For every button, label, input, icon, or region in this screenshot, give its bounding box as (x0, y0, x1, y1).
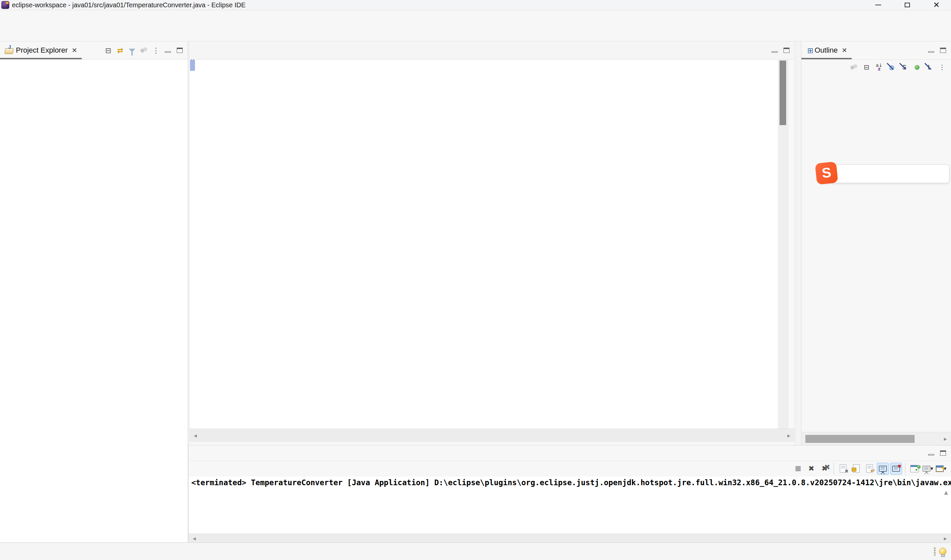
console-process-title: <terminated> TemperatureConverter [Java … (191, 478, 951, 488)
console-panel: ✖ ✖ ▾ ▾ <terminated> TemperatureConverte… (188, 445, 951, 543)
open-console-icon[interactable]: ▾ (935, 463, 947, 475)
scrollbar-thumb[interactable] (805, 435, 915, 443)
hide-static-members-icon[interactable]: S (898, 61, 911, 74)
close-window-button[interactable]: ✕ (922, 0, 951, 10)
hide-local-types-icon[interactable]: L (923, 61, 936, 74)
project-explorer-icon (5, 46, 13, 55)
editor-area: ◂ ▸ (190, 42, 794, 445)
scroll-left-icon[interactable]: ◂ (190, 429, 201, 442)
scroll-lock-icon[interactable] (850, 463, 862, 475)
editor-tab-bar (190, 42, 794, 60)
annotation-ruler[interactable] (190, 60, 195, 429)
remove-all-terminated-icon[interactable]: ✖ (819, 463, 831, 475)
console-horizontal-scrollbar[interactable]: ◂ ▸ (189, 534, 951, 543)
console-tab-bar (189, 446, 951, 461)
pin-console-icon[interactable] (909, 463, 920, 475)
scroll-right-icon[interactable]: ▸ (783, 429, 794, 442)
project-explorer-tab[interactable]: Project Explorer ✕ (0, 42, 82, 59)
minimize-view-icon[interactable] (925, 45, 937, 56)
title-bar: eclipse-workspace - java01/src/java01/Te… (0, 0, 951, 10)
show-console-on-stderr-icon[interactable] (890, 463, 902, 475)
clear-console-icon[interactable] (837, 463, 849, 475)
editor-horizontal-scrollbar[interactable]: ◂ ▸ (190, 429, 794, 442)
remove-launch-icon[interactable]: ✖ (805, 463, 817, 475)
outline-tree (802, 75, 951, 77)
console-vertical-scrollbar[interactable]: ▲ (942, 489, 950, 495)
notification-lightbulb-icon[interactable] (939, 548, 946, 555)
close-icon[interactable]: ✕ (842, 46, 847, 54)
scroll-right-icon[interactable]: ▸ (940, 534, 951, 543)
word-wrap-icon[interactable] (863, 463, 876, 475)
eclipse-window: eclipse-workspace - java01/src/java01/Te… (0, 0, 951, 560)
hide-non-public-icon[interactable] (911, 61, 923, 74)
outline-toolbar: ⊟ a↓z ◍ S L ⋮ (802, 60, 951, 75)
sash-editor-outline[interactable] (794, 42, 796, 445)
editor-vertical-scrollbar[interactable] (778, 60, 788, 429)
display-selected-console-icon[interactable]: ▾ (922, 463, 934, 475)
link-with-editor-icon[interactable]: ⇄ (114, 45, 126, 56)
sort-icon[interactable]: a↓z (873, 61, 885, 74)
view-menu-icon[interactable]: ⋮ (936, 61, 948, 74)
minimize-view-icon[interactable] (925, 447, 937, 459)
outline-tab-label: Outline (815, 46, 838, 55)
filter-icon[interactable] (126, 45, 138, 56)
range-indicator (190, 60, 195, 71)
focus-icon[interactable] (138, 45, 150, 56)
maximize-window-button[interactable] (893, 0, 922, 10)
outline-icon: ⊞ (806, 45, 815, 56)
overview-ruler (788, 60, 794, 429)
project-explorer-tree (0, 60, 188, 62)
outline-horizontal-scrollbar[interactable]: ◂ ▸ (802, 432, 951, 445)
show-console-on-stdout-icon[interactable] (877, 463, 889, 475)
focus-icon[interactable] (848, 61, 860, 74)
status-bar (0, 543, 951, 560)
project-explorer-panel: Project Explorer ✕ ⊟ ⇄ ⋮ (0, 42, 188, 543)
view-menu-icon[interactable]: ⋮ (150, 45, 162, 56)
project-explorer-tab-label: Project Explorer (16, 46, 68, 55)
sogou-ime-toolbar: S (820, 165, 949, 183)
minimize-view-icon[interactable] (769, 45, 780, 56)
scroll-right-icon[interactable]: ▸ (940, 432, 951, 445)
minimize-view-icon[interactable] (162, 45, 174, 56)
terminate-icon[interactable] (792, 463, 804, 475)
close-icon[interactable]: ✕ (72, 46, 77, 54)
minimize-window-button[interactable] (863, 0, 893, 10)
console-toolbar: ✖ ✖ ▾ ▾ (189, 461, 951, 476)
console-output[interactable]: <terminated> TemperatureConverter [Java … (189, 476, 951, 534)
outline-tab[interactable]: ⊞ Outline ✕ (802, 42, 852, 59)
menu-bar (0, 10, 951, 24)
outline-panel: ⊞ Outline ✕ ⊟ a↓z ◍ S L ⋮ S ◂ (801, 42, 951, 445)
status-drag-handle (934, 547, 936, 556)
sogou-logo[interactable]: S (815, 162, 838, 185)
hide-fields-icon[interactable]: ◍ (885, 61, 898, 74)
collapse-all-icon[interactable]: ⊟ (102, 45, 114, 56)
window-title: eclipse-workspace - java01/src/java01/Te… (12, 2, 246, 9)
collapse-all-icon[interactable]: ⊟ (860, 61, 873, 74)
maximize-view-icon[interactable] (937, 45, 949, 56)
maximize-view-icon[interactable] (937, 447, 949, 459)
scroll-left-icon[interactable]: ◂ (189, 534, 200, 543)
main-toolbar (0, 24, 951, 42)
maximize-view-icon[interactable] (174, 45, 186, 56)
maximize-view-icon[interactable] (780, 45, 792, 56)
code-editor[interactable] (195, 60, 778, 429)
scrollbar-thumb[interactable] (780, 61, 786, 125)
eclipse-app-icon (2, 1, 9, 9)
